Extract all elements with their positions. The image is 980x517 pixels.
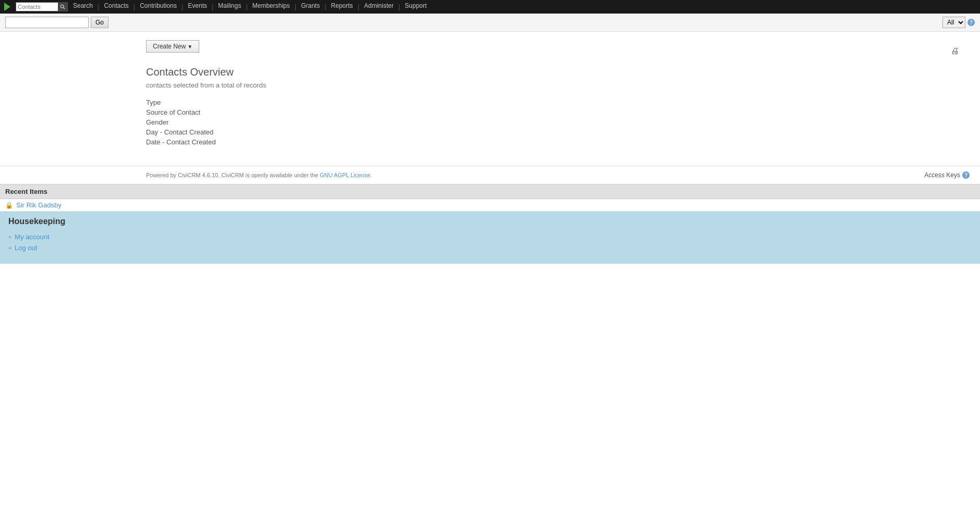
global-search-input[interactable]: Contacts xyxy=(16,3,58,11)
housekeeping-links: My account Log out xyxy=(8,231,972,253)
powered-by: Powered by CiviCRM 4.6.10. CiviCRM is op… xyxy=(146,172,372,178)
global-search-container: Contacts xyxy=(16,2,68,11)
recent-item-lock-icon: 🔒 xyxy=(5,202,13,209)
all-select-section: All ? xyxy=(942,17,975,28)
nav-item-contributions[interactable]: Contributions xyxy=(136,0,181,14)
housekeeping-title: Housekeeping xyxy=(8,217,972,226)
go-section: Go xyxy=(5,17,108,28)
nav-item-contacts[interactable]: Contacts xyxy=(100,0,132,14)
page-subtitle: contacts selected from a total of record… xyxy=(146,81,970,89)
recent-item-row: 🔒 Sir Rik Gadsby xyxy=(0,199,980,212)
nav-item-reports[interactable]: Reports xyxy=(327,0,357,14)
svg-line-2 xyxy=(63,7,65,9)
nav-item-mailings[interactable]: Mailings xyxy=(214,0,245,14)
recent-items-title: Recent Items xyxy=(5,188,975,195)
housekeeping-log-out: Log out xyxy=(8,242,972,253)
nav-item-search[interactable]: Search xyxy=(69,0,97,14)
main-content: 🖨 Contacts Overview contacts selected fr… xyxy=(0,57,980,166)
filter-item: Gender xyxy=(146,117,970,127)
filter-item: Date - Contact Created xyxy=(146,137,970,147)
recent-item-link[interactable]: Sir Rik Gadsby xyxy=(16,201,62,209)
go-button[interactable]: Go xyxy=(91,17,108,28)
page-title: Contacts Overview xyxy=(146,66,970,78)
print-icon[interactable]: 🖨 xyxy=(951,46,959,55)
top-navigation: Contacts Search | Contacts | Contributio… xyxy=(0,0,980,14)
toolbar: Go All ? xyxy=(0,14,980,32)
nav-item-administer[interactable]: Administer xyxy=(360,0,398,14)
main-nav-list: Search | Contacts | Contributions | Even… xyxy=(69,0,431,14)
nav-item-events[interactable]: Events xyxy=(184,0,211,14)
license-link[interactable]: GNU AGPL License xyxy=(320,172,370,178)
all-select-dropdown[interactable]: All xyxy=(942,17,965,28)
filter-item: Day - Contact Created xyxy=(146,127,970,137)
app-logo[interactable] xyxy=(2,2,13,12)
recent-items-section: Recent Items xyxy=(0,184,980,199)
toolbar-help-icon[interactable]: ? xyxy=(967,19,975,26)
global-search-button[interactable] xyxy=(58,2,67,11)
housekeeping-my-account: My account xyxy=(8,231,972,242)
filter-item: Source of Contact xyxy=(146,107,970,117)
nav-item-support[interactable]: Support xyxy=(401,0,431,14)
search-icon xyxy=(60,4,65,9)
filter-item: Type xyxy=(146,97,970,107)
svg-marker-0 xyxy=(4,3,10,11)
housekeeping-section: Housekeeping My account Log out xyxy=(0,212,980,264)
svg-point-1 xyxy=(61,5,64,8)
access-keys-help-icon[interactable]: ? xyxy=(962,171,970,179)
my-account-link[interactable]: My account xyxy=(15,233,49,241)
filter-list: Type Source of Contact Gender Day - Cont… xyxy=(146,97,970,147)
print-area: 🖨 xyxy=(146,46,970,56)
go-input[interactable] xyxy=(5,17,89,28)
page-footer: Powered by CiviCRM 4.6.10. CiviCRM is op… xyxy=(0,166,980,184)
access-keys-link[interactable]: Access Keys xyxy=(924,171,960,179)
access-keys: Access Keys ? xyxy=(924,171,970,179)
nav-item-grants[interactable]: Grants xyxy=(297,0,324,14)
log-out-link[interactable]: Log out xyxy=(15,244,37,252)
nav-item-memberships[interactable]: Memberships xyxy=(248,0,294,14)
